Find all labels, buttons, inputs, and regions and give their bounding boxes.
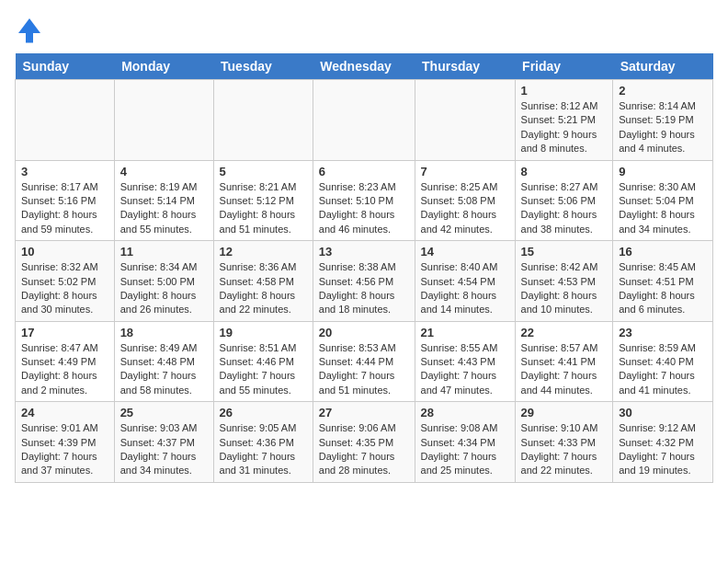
calendar-cell: 19Sunrise: 8:51 AM Sunset: 4:46 PM Dayli… — [213, 321, 313, 402]
calendar-cell: 23Sunrise: 8:59 AM Sunset: 4:40 PM Dayli… — [613, 321, 713, 402]
calendar-cell — [213, 80, 313, 161]
day-info: Sunrise: 9:01 AM Sunset: 4:39 PM Dayligh… — [21, 421, 108, 478]
day-number: 21 — [421, 326, 509, 339]
day-number: 15 — [521, 245, 608, 259]
calendar-cell: 4Sunrise: 8:19 AM Sunset: 5:14 PM Daylig… — [114, 160, 213, 241]
day-info: Sunrise: 8:51 AM Sunset: 4:46 PM Dayligh… — [220, 341, 307, 398]
calendar-cell: 16Sunrise: 8:45 AM Sunset: 4:51 PM Dayli… — [613, 241, 713, 322]
calendar-cell: 13Sunrise: 8:38 AM Sunset: 4:56 PM Dayli… — [313, 241, 415, 322]
day-number: 4 — [120, 165, 208, 178]
calendar-cell: 1Sunrise: 8:12 AM Sunset: 5:21 PM Daylig… — [515, 80, 613, 161]
day-of-week-header: Wednesday — [313, 53, 415, 80]
day-number: 2 — [619, 84, 707, 98]
calendar-cell: 11Sunrise: 8:34 AM Sunset: 5:00 PM Dayli… — [114, 241, 213, 322]
calendar-cell — [415, 80, 515, 161]
day-number: 10 — [21, 245, 108, 259]
day-info: Sunrise: 8:14 AM Sunset: 5:19 PM Dayligh… — [619, 99, 707, 156]
day-number: 5 — [220, 165, 307, 178]
calendar-cell: 9Sunrise: 8:30 AM Sunset: 5:04 PM Daylig… — [613, 160, 713, 241]
calendar-header-row: SundayMondayTuesdayWednesdayThursdayFrid… — [16, 53, 713, 80]
svg-marker-0 — [18, 18, 40, 42]
calendar-cell: 2Sunrise: 8:14 AM Sunset: 5:19 PM Daylig… — [613, 80, 713, 161]
calendar-cell: 3Sunrise: 8:17 AM Sunset: 5:16 PM Daylig… — [16, 160, 115, 241]
calendar-week-row: 10Sunrise: 8:32 AM Sunset: 5:02 PM Dayli… — [16, 241, 713, 322]
day-of-week-header: Tuesday — [213, 53, 313, 80]
day-info: Sunrise: 9:03 AM Sunset: 4:37 PM Dayligh… — [120, 421, 208, 478]
day-info: Sunrise: 8:21 AM Sunset: 5:12 PM Dayligh… — [220, 180, 307, 237]
day-number: 26 — [220, 406, 307, 419]
day-number: 18 — [120, 326, 208, 339]
day-number: 13 — [319, 245, 409, 259]
calendar-cell: 26Sunrise: 9:05 AM Sunset: 4:36 PM Dayli… — [213, 402, 313, 483]
calendar-week-row: 1Sunrise: 8:12 AM Sunset: 5:21 PM Daylig… — [16, 80, 713, 161]
calendar-cell: 29Sunrise: 9:10 AM Sunset: 4:33 PM Dayli… — [515, 402, 613, 483]
day-number: 23 — [619, 326, 707, 339]
calendar-cell: 20Sunrise: 8:53 AM Sunset: 4:44 PM Dayli… — [313, 321, 415, 402]
day-info: Sunrise: 8:42 AM Sunset: 4:53 PM Dayligh… — [521, 260, 608, 317]
calendar-cell: 22Sunrise: 8:57 AM Sunset: 4:41 PM Dayli… — [515, 321, 613, 402]
day-number: 28 — [421, 406, 509, 419]
day-number: 29 — [521, 406, 608, 419]
day-number: 7 — [421, 165, 509, 178]
day-info: Sunrise: 8:59 AM Sunset: 4:40 PM Dayligh… — [619, 341, 707, 398]
day-info: Sunrise: 9:06 AM Sunset: 4:35 PM Dayligh… — [319, 421, 409, 478]
day-of-week-header: Friday — [515, 53, 613, 80]
day-info: Sunrise: 8:53 AM Sunset: 4:44 PM Dayligh… — [319, 341, 409, 398]
day-number: 6 — [319, 165, 409, 178]
day-info: Sunrise: 8:45 AM Sunset: 4:51 PM Dayligh… — [619, 260, 707, 317]
calendar-cell: 30Sunrise: 9:12 AM Sunset: 4:32 PM Dayli… — [613, 402, 713, 483]
day-info: Sunrise: 8:23 AM Sunset: 5:10 PM Dayligh… — [319, 180, 409, 237]
calendar-cell: 28Sunrise: 9:08 AM Sunset: 4:34 PM Dayli… — [415, 402, 515, 483]
day-number: 25 — [120, 406, 208, 419]
day-info: Sunrise: 8:47 AM Sunset: 4:49 PM Dayligh… — [21, 341, 108, 398]
day-info: Sunrise: 9:05 AM Sunset: 4:36 PM Dayligh… — [220, 421, 307, 478]
day-info: Sunrise: 8:12 AM Sunset: 5:21 PM Dayligh… — [521, 99, 608, 156]
day-info: Sunrise: 8:49 AM Sunset: 4:48 PM Dayligh… — [120, 341, 208, 398]
day-info: Sunrise: 9:08 AM Sunset: 4:34 PM Dayligh… — [421, 421, 509, 478]
day-of-week-header: Sunday — [16, 53, 115, 80]
day-number: 1 — [521, 84, 608, 98]
calendar-cell: 21Sunrise: 8:55 AM Sunset: 4:43 PM Dayli… — [415, 321, 515, 402]
calendar-cell: 15Sunrise: 8:42 AM Sunset: 4:53 PM Dayli… — [515, 241, 613, 322]
calendar-cell: 7Sunrise: 8:25 AM Sunset: 5:08 PM Daylig… — [415, 160, 515, 241]
calendar-cell: 17Sunrise: 8:47 AM Sunset: 4:49 PM Dayli… — [16, 321, 115, 402]
calendar-cell: 10Sunrise: 8:32 AM Sunset: 5:02 PM Dayli… — [16, 241, 115, 322]
day-info: Sunrise: 8:17 AM Sunset: 5:16 PM Dayligh… — [21, 180, 108, 237]
day-info: Sunrise: 8:27 AM Sunset: 5:06 PM Dayligh… — [521, 180, 608, 237]
day-info: Sunrise: 8:32 AM Sunset: 5:02 PM Dayligh… — [21, 260, 108, 317]
calendar-cell: 8Sunrise: 8:27 AM Sunset: 5:06 PM Daylig… — [515, 160, 613, 241]
calendar-cell: 27Sunrise: 9:06 AM Sunset: 4:35 PM Dayli… — [313, 402, 415, 483]
day-info: Sunrise: 8:34 AM Sunset: 5:00 PM Dayligh… — [120, 260, 208, 317]
calendar-cell: 6Sunrise: 8:23 AM Sunset: 5:10 PM Daylig… — [313, 160, 415, 241]
day-number: 30 — [619, 406, 707, 419]
calendar-cell — [114, 80, 213, 161]
calendar-cell: 14Sunrise: 8:40 AM Sunset: 4:54 PM Dayli… — [415, 241, 515, 322]
day-number: 9 — [619, 165, 707, 178]
day-number: 12 — [220, 245, 307, 259]
day-number: 27 — [319, 406, 409, 419]
calendar-cell — [313, 80, 415, 161]
day-number: 24 — [21, 406, 108, 419]
day-info: Sunrise: 9:12 AM Sunset: 4:32 PM Dayligh… — [619, 421, 707, 478]
day-info: Sunrise: 8:25 AM Sunset: 5:08 PM Dayligh… — [421, 180, 509, 237]
day-number: 3 — [21, 165, 108, 178]
day-info: Sunrise: 8:40 AM Sunset: 4:54 PM Dayligh… — [421, 260, 509, 317]
page-header — [15, 15, 713, 44]
calendar-cell: 25Sunrise: 9:03 AM Sunset: 4:37 PM Dayli… — [114, 402, 213, 483]
calendar-cell: 5Sunrise: 8:21 AM Sunset: 5:12 PM Daylig… — [213, 160, 313, 241]
day-of-week-header: Thursday — [415, 53, 515, 80]
day-info: Sunrise: 8:36 AM Sunset: 4:58 PM Dayligh… — [220, 260, 307, 317]
logo — [15, 15, 48, 44]
calendar-cell: 12Sunrise: 8:36 AM Sunset: 4:58 PM Dayli… — [213, 241, 313, 322]
day-info: Sunrise: 8:57 AM Sunset: 4:41 PM Dayligh… — [521, 341, 608, 398]
calendar-cell: 24Sunrise: 9:01 AM Sunset: 4:39 PM Dayli… — [16, 402, 115, 483]
day-number: 19 — [220, 326, 307, 339]
day-of-week-header: Saturday — [613, 53, 713, 80]
day-number: 17 — [21, 326, 108, 339]
day-number: 20 — [319, 326, 409, 339]
calendar-week-row: 17Sunrise: 8:47 AM Sunset: 4:49 PM Dayli… — [16, 321, 713, 402]
day-number: 8 — [521, 165, 608, 178]
calendar-table: SundayMondayTuesdayWednesdayThursdayFrid… — [15, 53, 713, 483]
day-info: Sunrise: 8:55 AM Sunset: 4:43 PM Dayligh… — [421, 341, 509, 398]
day-number: 22 — [521, 326, 608, 339]
